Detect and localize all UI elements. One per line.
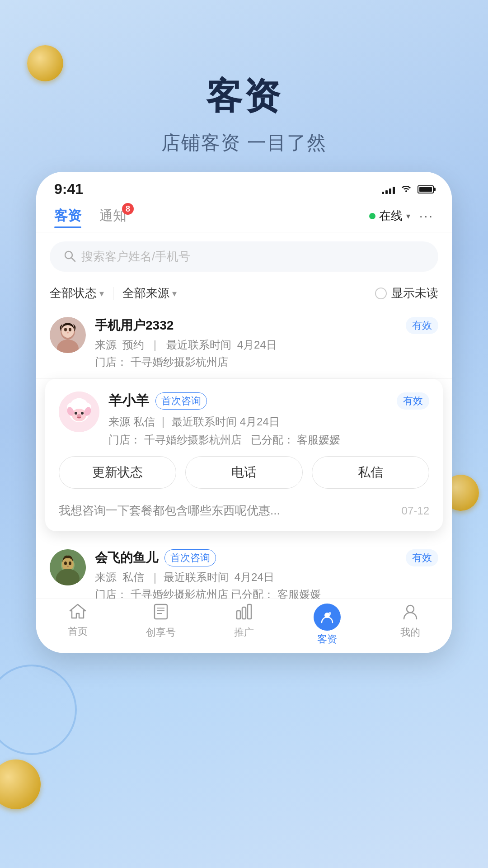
svg-point-6 (64, 328, 67, 331)
signal-bar-1 (382, 192, 384, 194)
status-time: 9:41 (54, 181, 83, 198)
wifi-icon (400, 184, 412, 195)
tab-bar: 客资 通知 8 在线 ▾ ··· (36, 202, 452, 232)
status-icons (382, 184, 434, 195)
customer-1-name: 手机用户2332 (95, 317, 174, 334)
online-indicator[interactable]: 在线 ▾ (369, 208, 410, 224)
customer-2-info: 羊小羊 首次咨询 有效 来源 私信 ｜ 最近联系时间 4月24日 门店： 千寻婚… (108, 392, 429, 447)
page-subtitle: 店铺客资 一目了然 (0, 130, 488, 156)
page-header: 客资 店铺客资 一目了然 (0, 0, 488, 156)
customer-row-1[interactable]: 手机用户2332 有效 来源 预约 ｜ 最近联系时间 4月24日 门店： 千寻婚… (36, 308, 452, 379)
bottom-nav: 首页 创享号 推广 客资 我的 (36, 599, 452, 653)
source-label-3: 来源 (95, 571, 120, 583)
customer-2-name: 羊小羊 (108, 392, 149, 410)
shop-label-2: 门店： (108, 434, 141, 446)
nav-item-home[interactable]: 首页 (36, 604, 119, 638)
svg-point-28 (69, 561, 71, 565)
customer-3-consult-tag: 首次咨询 (164, 549, 216, 566)
customer-3-avatar (50, 549, 86, 585)
tab-right-actions: 在线 ▾ ··· (369, 208, 434, 224)
nav-item-mine[interactable]: 我的 (369, 604, 452, 639)
unread-radio-icon (375, 288, 387, 299)
svg-point-7 (69, 328, 71, 331)
svg-line-1 (71, 258, 75, 261)
customer-1-source-label: 来源 (95, 339, 117, 351)
tab-keizi[interactable]: 客资 (54, 207, 81, 225)
customer-card-2-expanded[interactable]: 羊小羊 首次咨询 有效 来源 私信 ｜ 最近联系时间 4月24日 门店： 千寻婚… (45, 379, 443, 531)
search-icon (63, 250, 76, 264)
customer-1-name-row: 手机用户2332 有效 (95, 317, 438, 334)
svg-point-20 (77, 417, 79, 418)
source-filter-label: 全部来源 (122, 285, 169, 301)
shop-label-1: 门店： (95, 356, 127, 368)
customer-2-avatar (59, 392, 99, 432)
svg-point-40 (407, 605, 414, 613)
notice-badge: 8 (122, 203, 134, 215)
customer-2-name-row: 羊小羊 首次咨询 有效 (108, 392, 429, 410)
customer-2-shop-row: 门店： 千寻婚纱摄影杭州店 已分配： 客服媛媛 (108, 433, 429, 447)
customer-3-source: 私信 (122, 571, 144, 583)
nav-item-keizi[interactable]: 客资 (286, 604, 369, 646)
nav-home-label: 首页 (68, 625, 88, 638)
nav-mine-label: 我的 (400, 626, 420, 639)
source-label-2: 来源 (108, 415, 133, 428)
battery-fill (419, 187, 432, 192)
nav-item-promote[interactable]: 推广 (202, 604, 286, 639)
separator-1: ｜ (150, 339, 160, 351)
svg-rect-35 (237, 611, 240, 619)
chevron-down-icon: ▾ (406, 211, 410, 221)
status-bar: 9:41 (36, 172, 452, 202)
customer-2-meta: 来源 私信 ｜ 最近联系时间 4月24日 (108, 415, 429, 429)
status-filter[interactable]: 全部状态 ▾ (50, 285, 104, 301)
customer-3-name-row: 会飞的鱼儿 首次咨询 有效 (95, 549, 438, 566)
last-contact-label-1: 最近联系时间 (166, 339, 231, 351)
customer-2-shop-name: 千寻婚纱摄影杭州店 (144, 434, 242, 446)
search-placeholder: 搜索客户姓名/手机号 (81, 249, 190, 264)
tab-underline (54, 226, 81, 228)
search-bar[interactable]: 搜索客户姓名/手机号 (50, 241, 438, 272)
signal-bar-4 (393, 187, 395, 194)
customer-2-status-tag: 有效 (397, 392, 429, 410)
show-unread-toggle[interactable]: 显示未读 (375, 285, 438, 301)
signal-bar-2 (385, 190, 388, 194)
customer-2-shop: 门店： 千寻婚纱摄影杭州店 (108, 433, 242, 447)
svg-point-29 (67, 566, 69, 567)
tab-notice[interactable]: 通知 8 (99, 207, 127, 225)
more-button[interactable]: ··· (419, 209, 434, 223)
svg-point-18 (81, 412, 84, 415)
deco-ball-bottom-left (0, 760, 41, 809)
phone-button[interactable]: 电话 (185, 456, 303, 489)
customer-2-last-contact: 4月24日 (240, 415, 280, 428)
customer-2-source: 私信 (133, 415, 155, 428)
filter-divider (113, 287, 113, 300)
nav-promote-label: 推广 (234, 626, 254, 639)
customer-1-last-contact: 4月24日 (237, 339, 277, 351)
phone-mockup: 9:41 客资 通知 8 (36, 172, 452, 653)
last-message-text: 我想咨询一下套餐都包含哪些东西呢优惠... (59, 503, 393, 519)
nav-item-chuanxiang[interactable]: 创享号 (119, 604, 202, 639)
home-icon (69, 604, 86, 623)
last-message-row: 我想咨询一下套餐都包含哪些东西呢优惠... 07-12 (59, 498, 429, 519)
svg-point-21 (79, 417, 81, 418)
filter-bar: 全部状态 ▾ 全部来源 ▾ 显示未读 (36, 281, 452, 308)
source-filter-arrow-icon: ▾ (172, 288, 177, 299)
message-button[interactable]: 私信 (312, 456, 429, 489)
keizi-nav-icon (314, 604, 341, 631)
svg-point-27 (64, 561, 67, 565)
show-unread-label: 显示未读 (391, 285, 438, 301)
signal-bar-3 (389, 189, 391, 194)
customer-2-assigned-name: 客服媛媛 (297, 434, 340, 446)
sep-2a: ｜ 最近联系时间 (158, 415, 239, 428)
svg-point-8 (67, 332, 69, 334)
update-status-button[interactable]: 更新状态 (59, 456, 176, 489)
customer-1-shop: 门店： 千寻婚纱摄影杭州店 (95, 355, 438, 369)
customer-1-status-tag: 有效 (406, 317, 438, 334)
last-message-time: 07-12 (402, 505, 429, 517)
sep-3a: ｜ 最近联系时间 (150, 571, 231, 583)
customer-2-consult-tag: 首次咨询 (155, 392, 207, 410)
svg-point-39 (328, 612, 331, 615)
customer-1-meta: 来源 预约 ｜ 最近联系时间 4月24日 (95, 338, 438, 352)
customer-3-meta: 来源 私信 ｜ 最近联系时间 4月24日 (95, 570, 438, 585)
source-filter[interactable]: 全部来源 ▾ (122, 285, 177, 301)
note-icon (153, 604, 169, 624)
